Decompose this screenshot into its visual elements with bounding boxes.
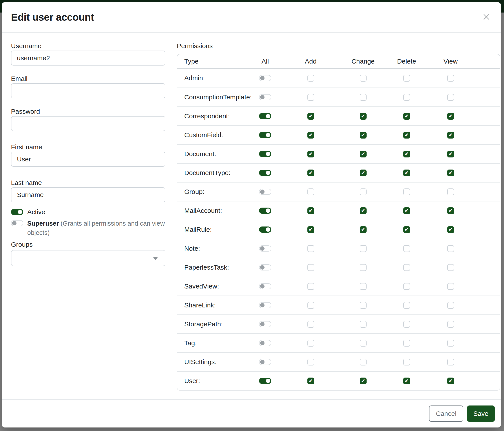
last-name-input[interactable] — [11, 187, 165, 202]
permission-all-toggle[interactable] — [259, 113, 271, 119]
permission-all-toggle[interactable] — [259, 283, 271, 289]
permission-change-checkbox[interactable]: ✔ — [360, 226, 367, 233]
permission-delete-checkbox[interactable] — [403, 302, 410, 309]
permission-add-checkbox[interactable] — [307, 245, 314, 252]
permission-add-checkbox[interactable]: ✔ — [307, 377, 314, 384]
permission-change-checkbox[interactable]: ✔ — [360, 151, 367, 157]
permission-view-checkbox[interactable] — [447, 264, 454, 271]
permission-add-checkbox[interactable] — [307, 94, 314, 101]
superuser-toggle[interactable] — [11, 220, 23, 226]
permission-change-checkbox[interactable] — [360, 283, 367, 290]
permission-all-toggle[interactable] — [259, 207, 271, 214]
permission-all-toggle[interactable] — [259, 302, 271, 308]
permission-view-checkbox[interactable] — [447, 283, 454, 290]
permission-row: Correspondent:✔✔✔✔ — [177, 107, 500, 125]
permission-all-toggle[interactable] — [259, 321, 271, 327]
permission-delete-checkbox[interactable] — [403, 94, 410, 101]
permission-view-checkbox[interactable]: ✔ — [447, 377, 454, 384]
permission-view-checkbox[interactable] — [447, 245, 454, 252]
permission-delete-checkbox[interactable]: ✔ — [403, 170, 410, 176]
permission-view-checkbox[interactable]: ✔ — [447, 151, 454, 157]
permission-change-checkbox[interactable]: ✔ — [360, 377, 367, 384]
permission-change-checkbox[interactable] — [360, 94, 367, 101]
permission-change-checkbox[interactable] — [360, 264, 367, 271]
permission-delete-checkbox[interactable] — [403, 321, 410, 328]
permission-all-toggle[interactable] — [259, 132, 271, 138]
close-button[interactable] — [482, 12, 491, 22]
permission-add-checkbox[interactable]: ✔ — [307, 151, 314, 157]
permission-all-toggle[interactable] — [259, 245, 271, 251]
permission-add-checkbox[interactable]: ✔ — [307, 132, 314, 139]
permission-change-checkbox[interactable]: ✔ — [360, 207, 367, 214]
permission-add-checkbox[interactable] — [307, 321, 314, 328]
permission-all-toggle[interactable] — [259, 378, 271, 384]
permission-delete-checkbox[interactable] — [403, 359, 410, 366]
permission-all-toggle[interactable] — [259, 264, 271, 270]
permission-delete-checkbox[interactable]: ✔ — [403, 113, 410, 120]
permission-view-checkbox[interactable] — [447, 321, 454, 328]
cancel-button[interactable]: Cancel — [429, 405, 463, 422]
permission-delete-checkbox[interactable] — [403, 75, 410, 81]
permission-change-checkbox[interactable] — [360, 321, 367, 328]
permission-view-checkbox[interactable] — [447, 340, 454, 347]
password-field-group: Password — [11, 108, 166, 131]
permission-add-checkbox[interactable]: ✔ — [307, 207, 314, 214]
permission-add-checkbox[interactable] — [307, 283, 314, 290]
permission-change-checkbox[interactable] — [360, 302, 367, 309]
permission-change-checkbox[interactable] — [360, 359, 367, 366]
permission-add-checkbox[interactable] — [307, 340, 314, 347]
permission-delete-checkbox[interactable] — [403, 189, 410, 195]
permission-all-toggle[interactable] — [259, 151, 271, 157]
active-toggle[interactable] — [11, 209, 23, 215]
permission-view-checkbox[interactable]: ✔ — [447, 226, 454, 233]
permission-add-checkbox[interactable]: ✔ — [307, 170, 314, 176]
permission-view-checkbox[interactable]: ✔ — [447, 132, 454, 139]
permission-all-toggle[interactable] — [259, 226, 271, 233]
permission-change-checkbox[interactable]: ✔ — [360, 170, 367, 176]
permission-delete-checkbox[interactable] — [403, 340, 410, 347]
permission-add-checkbox[interactable]: ✔ — [307, 113, 314, 120]
permission-delete-checkbox[interactable] — [403, 264, 410, 271]
permission-add-checkbox[interactable]: ✔ — [307, 226, 314, 233]
permission-add-checkbox[interactable] — [307, 264, 314, 271]
permission-view-checkbox[interactable] — [447, 302, 454, 309]
first-name-input[interactable] — [11, 152, 165, 167]
permission-delete-checkbox[interactable] — [403, 245, 410, 252]
permission-view-checkbox[interactable]: ✔ — [447, 113, 454, 120]
permission-all-toggle[interactable] — [259, 189, 271, 195]
groups-select[interactable] — [11, 250, 165, 266]
permission-delete-checkbox[interactable]: ✔ — [403, 226, 410, 233]
username-label: Username — [11, 42, 166, 50]
permission-change-checkbox[interactable] — [360, 189, 367, 195]
permission-change-checkbox[interactable] — [360, 245, 367, 252]
permission-view-checkbox[interactable] — [447, 94, 454, 101]
permission-all-toggle[interactable] — [259, 94, 271, 100]
permission-delete-checkbox[interactable] — [403, 283, 410, 290]
save-button[interactable]: Save — [467, 405, 495, 422]
permission-all-toggle[interactable] — [259, 170, 271, 176]
email-input[interactable] — [11, 83, 165, 98]
permission-all-toggle[interactable] — [259, 340, 271, 346]
permission-change-checkbox[interactable]: ✔ — [360, 132, 367, 139]
permission-add-checkbox[interactable] — [307, 75, 314, 81]
permission-view-checkbox[interactable] — [447, 75, 454, 81]
permission-view-checkbox[interactable] — [447, 189, 454, 195]
password-input[interactable] — [11, 116, 165, 131]
permission-add-checkbox[interactable] — [307, 302, 314, 309]
permission-delete-checkbox[interactable]: ✔ — [403, 132, 410, 139]
permission-delete-checkbox[interactable]: ✔ — [403, 207, 410, 214]
permission-add-checkbox[interactable] — [307, 359, 314, 366]
permission-change-checkbox[interactable] — [360, 340, 367, 347]
permission-all-toggle[interactable] — [259, 359, 271, 365]
permission-delete-checkbox[interactable]: ✔ — [403, 377, 410, 384]
permission-delete-checkbox[interactable]: ✔ — [403, 151, 410, 157]
permission-all-cell — [252, 75, 278, 81]
username-input[interactable] — [11, 51, 165, 65]
permission-change-checkbox[interactable]: ✔ — [360, 113, 367, 120]
permission-view-checkbox[interactable]: ✔ — [447, 207, 454, 214]
permission-view-checkbox[interactable] — [447, 359, 454, 366]
permission-view-checkbox[interactable]: ✔ — [447, 170, 454, 176]
permission-add-checkbox[interactable] — [307, 189, 314, 195]
permission-all-toggle[interactable] — [259, 75, 271, 81]
permission-change-checkbox[interactable] — [360, 75, 367, 81]
